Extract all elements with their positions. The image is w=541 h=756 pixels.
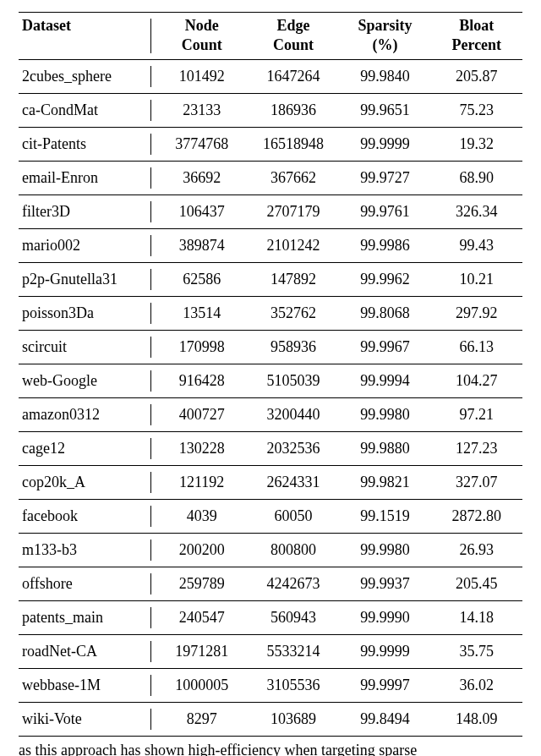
- row-separator: [144, 703, 156, 737]
- cell-sparsity: 99.9999: [339, 635, 430, 669]
- table-row: amazon0312400727320044099.998097.21: [19, 398, 522, 432]
- cell-node-count: 8297: [156, 703, 248, 737]
- cell-sparsity: 99.9840: [339, 60, 430, 94]
- col-header-dataset-label: Dataset: [22, 17, 71, 34]
- cell-edge-count: 4242673: [248, 567, 339, 601]
- table-row: patents_main24054756094399.999014.18: [19, 601, 522, 635]
- cell-dataset: cit-Patents: [19, 128, 144, 162]
- cell-sparsity: 99.9962: [339, 263, 430, 297]
- cell-sparsity: 99.9937: [339, 567, 430, 601]
- table-row: cop20k_A121192262433199.9821327.07: [19, 466, 522, 500]
- col-header-edge-count-l2: Count: [273, 36, 314, 53]
- cell-bloat: 97.21: [431, 398, 522, 432]
- dataset-table: Dataset Node Count Edge Count Sparsity (…: [19, 12, 522, 737]
- cell-bloat: 326.34: [431, 195, 522, 229]
- cell-sparsity: 99.9999: [339, 128, 430, 162]
- cell-sparsity: 99.9997: [339, 669, 430, 703]
- table-row: filter3D106437270717999.9761326.34: [19, 195, 522, 229]
- cell-node-count: 240547: [156, 601, 248, 635]
- cell-dataset: m133-b3: [19, 534, 144, 567]
- cell-sparsity: 99.8068: [339, 297, 430, 331]
- cell-dataset: cop20k_A: [19, 466, 144, 500]
- col-header-edge-count: Edge Count: [248, 13, 339, 60]
- cell-edge-count: 958936: [248, 331, 339, 364]
- cell-bloat: 26.93: [431, 534, 522, 567]
- table-header-row: Dataset Node Count Edge Count Sparsity (…: [19, 13, 522, 60]
- col-separator-head: [144, 13, 156, 60]
- row-separator: [144, 128, 156, 162]
- row-separator: [144, 500, 156, 534]
- cell-dataset: web-Google: [19, 364, 144, 398]
- row-separator: [144, 229, 156, 263]
- cell-dataset: amazon0312: [19, 398, 144, 432]
- cell-bloat: 35.75: [431, 635, 522, 669]
- cell-bloat: 75.23: [431, 94, 522, 128]
- cell-edge-count: 2707179: [248, 195, 339, 229]
- cell-node-count: 3774768: [156, 128, 248, 162]
- row-separator: [144, 364, 156, 398]
- cell-dataset: p2p-Gnutella31: [19, 263, 144, 297]
- row-separator: [144, 331, 156, 364]
- col-header-bloat: Bloat Percent: [431, 13, 522, 60]
- cell-edge-count: 800800: [248, 534, 339, 567]
- cell-dataset: webbase-1M: [19, 669, 144, 703]
- cell-node-count: 1971281: [156, 635, 248, 669]
- cell-sparsity: 99.9727: [339, 162, 430, 195]
- row-separator: [144, 297, 156, 331]
- col-header-sparsity-l1: Sparsity: [358, 17, 412, 34]
- row-separator: [144, 398, 156, 432]
- cell-bloat: 327.07: [431, 466, 522, 500]
- cell-node-count: 916428: [156, 364, 248, 398]
- cell-dataset: ca-CondMat: [19, 94, 144, 128]
- row-separator: [144, 534, 156, 567]
- cell-node-count: 259789: [156, 567, 248, 601]
- col-header-sparsity: Sparsity (%): [339, 13, 430, 60]
- cell-dataset: patents_main: [19, 601, 144, 635]
- cell-sparsity: 99.9990: [339, 601, 430, 635]
- cell-node-count: 36692: [156, 162, 248, 195]
- row-separator: [144, 60, 156, 94]
- table-row: p2p-Gnutella316258614789299.996210.21: [19, 263, 522, 297]
- cell-node-count: 400727: [156, 398, 248, 432]
- cell-sparsity: 99.8494: [339, 703, 430, 737]
- cell-bloat: 297.92: [431, 297, 522, 331]
- cell-node-count: 13514: [156, 297, 248, 331]
- cell-edge-count: 352762: [248, 297, 339, 331]
- cell-sparsity: 99.9761: [339, 195, 430, 229]
- col-header-dataset: Dataset: [19, 13, 144, 60]
- table-body: 2cubes_sphere101492164726499.9840205.87c…: [19, 60, 522, 737]
- cell-bloat: 127.23: [431, 432, 522, 466]
- table-row: roadNet-CA1971281553321499.999935.75: [19, 635, 522, 669]
- trailing-text: as this approach has shown high-efficien…: [19, 737, 522, 756]
- table-row: 2cubes_sphere101492164726499.9840205.87: [19, 60, 522, 94]
- table-row: web-Google916428510503999.9994104.27: [19, 364, 522, 398]
- cell-sparsity: 99.9880: [339, 432, 430, 466]
- cell-sparsity: 99.9967: [339, 331, 430, 364]
- cell-node-count: 62586: [156, 263, 248, 297]
- cell-node-count: 101492: [156, 60, 248, 94]
- cell-node-count: 121192: [156, 466, 248, 500]
- row-separator: [144, 567, 156, 601]
- cell-dataset: offshore: [19, 567, 144, 601]
- table-row: email-Enron3669236766299.972768.90: [19, 162, 522, 195]
- row-separator: [144, 432, 156, 466]
- row-separator: [144, 162, 156, 195]
- cell-dataset: scircuit: [19, 331, 144, 364]
- cell-bloat: 36.02: [431, 669, 522, 703]
- cell-node-count: 130228: [156, 432, 248, 466]
- cell-edge-count: 3200440: [248, 398, 339, 432]
- cell-dataset: cage12: [19, 432, 144, 466]
- row-separator: [144, 601, 156, 635]
- table-row: cage12130228203253699.9880127.23: [19, 432, 522, 466]
- cell-bloat: 148.09: [431, 703, 522, 737]
- cell-dataset: mario002: [19, 229, 144, 263]
- cell-bloat: 205.87: [431, 60, 522, 94]
- table-row: ca-CondMat2313318693699.965175.23: [19, 94, 522, 128]
- cell-bloat: 104.27: [431, 364, 522, 398]
- table-row: offshore259789424267399.9937205.45: [19, 567, 522, 601]
- cell-dataset: 2cubes_sphere: [19, 60, 144, 94]
- table-row: wiki-Vote829710368999.8494148.09: [19, 703, 522, 737]
- cell-edge-count: 5533214: [248, 635, 339, 669]
- row-separator: [144, 635, 156, 669]
- cell-edge-count: 147892: [248, 263, 339, 297]
